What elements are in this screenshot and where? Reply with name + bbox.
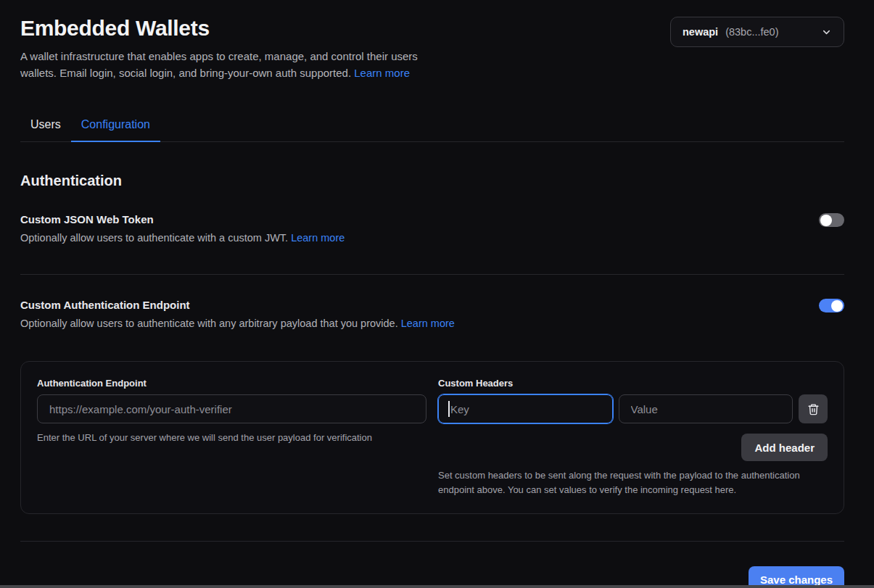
- custom-endpoint-toggle[interactable]: [819, 299, 844, 312]
- add-header-button[interactable]: Add header: [741, 434, 828, 461]
- tab-configuration[interactable]: Configuration: [71, 114, 160, 142]
- chevron-down-icon: [821, 27, 832, 38]
- headers-column: Custom Headers: [438, 378, 828, 497]
- custom-jwt-learn-more-link[interactable]: Learn more: [291, 232, 345, 244]
- delete-header-button[interactable]: [799, 394, 828, 423]
- header-key-wrap: [438, 394, 613, 423]
- custom-endpoint-learn-more-link[interactable]: Learn more: [401, 318, 455, 329]
- endpoint-input[interactable]: [37, 394, 426, 423]
- custom-jwt-description: Optionally allow users to authenticate w…: [20, 232, 345, 244]
- custom-endpoint-description: Optionally allow users to authenticate w…: [20, 318, 455, 329]
- page-learn-more-link[interactable]: Learn more: [354, 67, 410, 79]
- header-key-input[interactable]: [438, 394, 613, 423]
- endpoint-config-card: Authentication Endpoint Enter the URL of…: [20, 361, 844, 514]
- custom-jwt-setting: Custom JSON Web Token Optionally allow u…: [20, 213, 844, 244]
- window-bottom-edge: [0, 585, 874, 588]
- footer-divider: [20, 541, 844, 542]
- header-value-wrap: [619, 394, 793, 423]
- api-key-selector[interactable]: newapi (83bc...fe0): [670, 17, 844, 47]
- page-description: A wallet infrastructure that enables app…: [20, 48, 430, 81]
- custom-jwt-toggle[interactable]: [819, 213, 844, 227]
- authentication-heading: Authentication: [20, 173, 844, 189]
- text-caret: [448, 401, 450, 417]
- embedded-wallets-page: Embedded Wallets A wallet infrastructure…: [0, 0, 874, 588]
- custom-headers-label: Custom Headers: [438, 378, 828, 389]
- endpoint-help-text: Enter the URL of your server where we wi…: [37, 431, 426, 445]
- custom-jwt-text: Custom JSON Web Token Optionally allow u…: [20, 213, 345, 244]
- custom-endpoint-title: Custom Authentication Endpoint: [20, 299, 455, 311]
- page-title: Embedded Wallets: [20, 16, 430, 41]
- custom-endpoint-text: Custom Authentication Endpoint Optionall…: [20, 299, 455, 329]
- header-key-value-row: [438, 394, 828, 423]
- trash-icon: [807, 403, 820, 415]
- add-header-row: Add header: [438, 434, 828, 461]
- toggle-knob: [831, 300, 843, 312]
- section-divider: [20, 274, 844, 275]
- headers-help-text: Set custom headers to be sent along the …: [438, 468, 828, 497]
- api-key-name: newapi: [683, 26, 718, 38]
- header-value-input[interactable]: [619, 394, 793, 423]
- custom-jwt-title: Custom JSON Web Token: [20, 213, 345, 225]
- page-header-text: Embedded Wallets A wallet infrastructure…: [20, 16, 430, 81]
- tab-users[interactable]: Users: [20, 114, 71, 142]
- endpoint-column: Authentication Endpoint Enter the URL of…: [37, 378, 426, 497]
- custom-endpoint-setting: Custom Authentication Endpoint Optionall…: [20, 299, 844, 329]
- tab-bar: Users Configuration: [20, 114, 844, 142]
- api-key-hint: (83bc...fe0): [725, 26, 778, 38]
- page-header: Embedded Wallets A wallet infrastructure…: [20, 16, 844, 81]
- endpoint-label: Authentication Endpoint: [37, 378, 426, 389]
- toggle-knob: [820, 215, 832, 226]
